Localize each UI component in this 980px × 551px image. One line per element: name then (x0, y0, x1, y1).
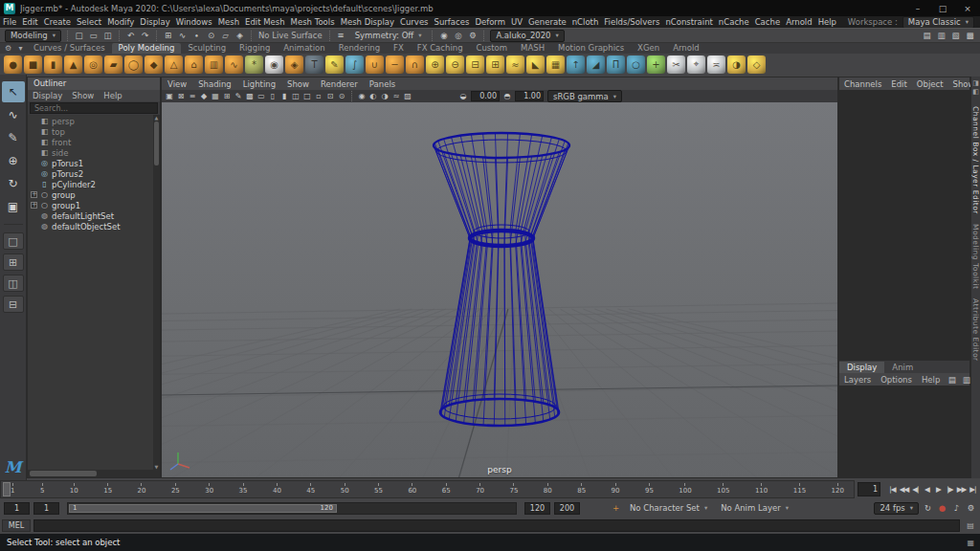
time-tick[interactable]: 40 (273, 481, 281, 497)
outliner-item-ptorus2[interactable]: ◎pTorus2 (28, 168, 160, 179)
separate-icon[interactable]: ⊖ (446, 55, 464, 74)
menu-edit[interactable]: Edit (19, 17, 40, 27)
lasso-tool[interactable]: ∿ (2, 104, 25, 125)
extract-icon[interactable]: ⊟ (466, 55, 484, 74)
shelf-tab-fx[interactable]: FX (387, 43, 411, 54)
layer-menu-options[interactable]: Options (876, 375, 917, 385)
shelf-tab-curves-surfaces[interactable]: Curves / Surfaces (27, 43, 112, 54)
time-tick[interactable]: 30 (205, 481, 213, 497)
time-tick[interactable]: 100 (679, 481, 691, 497)
outliner-item-defaultobjectset[interactable]: ◍defaultObjectSet (28, 221, 160, 231)
shelf-tab-animation[interactable]: Animation (277, 43, 331, 54)
play-forward-button[interactable]: ▶ (933, 483, 944, 496)
time-tick[interactable]: 20 (138, 481, 146, 497)
poly-cone-icon[interactable]: ▲ (64, 55, 82, 74)
poly-gear-icon[interactable]: * (245, 55, 263, 74)
safe-action-icon[interactable]: □ (301, 91, 313, 102)
safe-title-icon[interactable]: ▫ (313, 91, 324, 102)
playback-start-field[interactable] (33, 502, 59, 515)
animation-end-field[interactable] (554, 502, 580, 515)
shelf-tab-rigging[interactable]: Rigging (233, 43, 277, 54)
layer-editor-body[interactable] (839, 386, 969, 477)
menu-edit-mesh[interactable]: Edit Mesh (242, 17, 288, 27)
time-tick[interactable]: 15 (103, 481, 112, 497)
mel-input[interactable] (33, 519, 960, 532)
shelf-tab-arnold[interactable]: Arnold (666, 43, 706, 54)
menu-ncache[interactable]: nCache (716, 17, 752, 27)
time-tick[interactable]: 55 (374, 481, 383, 497)
poly-cube-icon[interactable]: ■ (24, 55, 42, 74)
connect-icon[interactable]: ≍ (707, 55, 725, 74)
boolean-intersection-icon[interactable]: ∩ (406, 55, 424, 74)
sound-icon[interactable]: ♪ (950, 502, 963, 515)
poly-cylinder-icon[interactable]: ▮ (44, 55, 62, 74)
menu-windows[interactable]: Windows (173, 17, 215, 27)
channel-box-body[interactable] (839, 90, 969, 361)
channel-box-menu-edit[interactable]: Edit (886, 79, 911, 89)
snap-to-projected-center-icon[interactable]: ⊙ (205, 30, 217, 42)
grid-toggle-icon[interactable]: ▩ (244, 91, 256, 102)
snap-to-grid-icon[interactable]: ⊞ (162, 30, 174, 42)
outliner-search-input[interactable] (30, 102, 158, 114)
time-tick[interactable]: 35 (239, 481, 248, 497)
time-tick[interactable]: 50 (341, 481, 349, 497)
step-forward-key-button[interactable]: |▶ (945, 483, 955, 496)
type-tool-icon[interactable]: T (305, 55, 323, 74)
multi-cut-icon[interactable]: ✂ (667, 55, 685, 74)
animation-preferences-icon[interactable]: ⚙ (965, 502, 977, 515)
menu-surfaces[interactable]: Surfaces (432, 17, 473, 27)
motion-blur-icon[interactable]: ≈ (390, 91, 402, 102)
menu-create[interactable]: Create (41, 17, 74, 27)
menu-select[interactable]: Select (74, 17, 104, 27)
animation-start-field[interactable] (4, 502, 30, 515)
gate-mask-icon[interactable]: ▮ (278, 91, 290, 102)
step-forward-frame-button[interactable]: ▶▶ (956, 483, 967, 496)
resolution-gate-icon[interactable]: ▯ (267, 91, 278, 102)
view-transform-dropdown[interactable]: sRGB gamma▾ (547, 90, 622, 102)
smooth-icon[interactable]: ≈ (506, 55, 524, 74)
time-tick[interactable]: 120 (832, 481, 844, 497)
poly-torus-icon[interactable]: ◎ (84, 55, 102, 74)
account-dropdown[interactable]: A.aluko_2020▾ (490, 30, 564, 42)
boolean-union-icon[interactable]: ∪ (366, 55, 384, 74)
sidebar-tab-channel-box-layer-editor[interactable]: Channel Box / Layer Editor (971, 106, 980, 214)
poly-soccer-ball-icon[interactable]: ◉ (265, 55, 283, 74)
poly-pyramid-icon[interactable]: △ (165, 55, 183, 74)
save-scene-icon[interactable]: ◫ (101, 30, 114, 42)
poly-helix-icon[interactable]: ∿ (225, 55, 243, 74)
menu-set-dropdown[interactable]: Modeling▾ (5, 30, 61, 42)
outliner-item-top[interactable]: ◧top (28, 126, 160, 137)
exposure-field[interactable] (471, 91, 500, 101)
menu-cache[interactable]: Cache (752, 17, 783, 27)
script-editor-icon[interactable]: ▤ (963, 519, 978, 532)
viewport-menu-show[interactable]: Show (281, 79, 315, 89)
shelf-options-gear-icon[interactable]: ⚙ (2, 43, 14, 54)
menu-mesh-display[interactable]: Mesh Display (338, 17, 397, 27)
frame-all-icon[interactable]: ⊡ (324, 91, 336, 102)
time-tick[interactable]: 65 (442, 481, 451, 497)
new-scene-icon[interactable]: □ (73, 30, 85, 42)
time-tick[interactable]: 80 (544, 481, 552, 497)
menu-curves[interactable]: Curves (397, 17, 432, 27)
scale-tool[interactable]: ▣ (2, 196, 25, 217)
shelf-tab-motion-graphics[interactable]: Motion Graphics (551, 43, 631, 54)
shelf-tab-fx-caching[interactable]: FX Caching (411, 43, 470, 54)
bridge-icon[interactable]: Π (607, 55, 625, 74)
menu-deform[interactable]: Deform (472, 17, 508, 27)
menu-arnold[interactable]: Arnold (783, 17, 815, 27)
outliner-menu-show[interactable]: Show (67, 91, 99, 100)
time-tick[interactable]: 5 (40, 481, 44, 497)
outliner-item-group[interactable]: +○group (28, 189, 160, 200)
viewport-canvas-svg[interactable] (162, 102, 837, 477)
close-button[interactable]: × (955, 0, 980, 16)
menu-uv[interactable]: UV (508, 17, 525, 27)
time-tick[interactable]: 105 (717, 481, 729, 497)
svg-tool-icon[interactable]: ✎ (325, 55, 344, 74)
channel-box-menu-object[interactable]: Object (912, 79, 948, 89)
go-to-start-button[interactable]: |◀ (887, 483, 898, 496)
shelf-tab-rendering[interactable]: Rendering (332, 43, 387, 54)
layer-tab-anim[interactable]: Anim (884, 362, 921, 373)
menu-generate[interactable]: Generate (525, 17, 569, 27)
time-tick[interactable]: 45 (306, 481, 315, 497)
time-tick[interactable]: 1 (11, 481, 14, 497)
